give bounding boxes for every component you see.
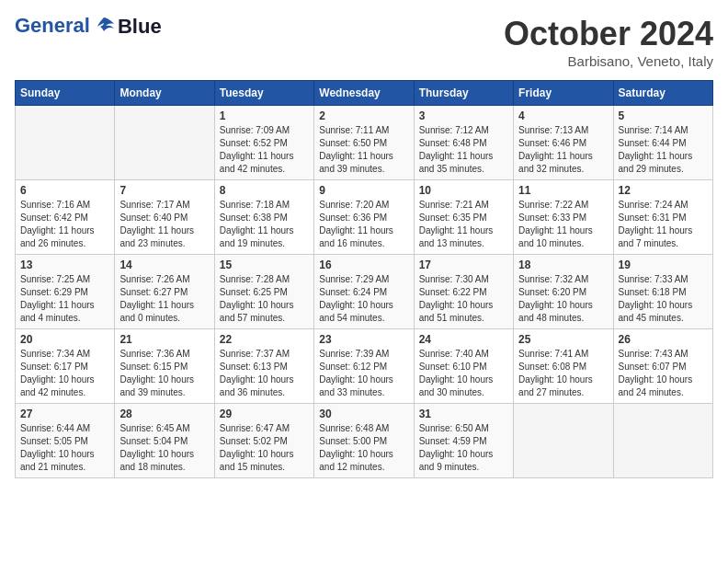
day-number: 2: [319, 109, 408, 122]
calendar-cell: 21Sunrise: 7:36 AM Sunset: 6:15 PM Dayli…: [115, 329, 214, 404]
day-info: Sunrise: 7:37 AM Sunset: 6:13 PM Dayligh…: [220, 348, 309, 399]
day-number: 3: [419, 109, 508, 122]
day-info: Sunrise: 7:22 AM Sunset: 6:33 PM Dayligh…: [518, 199, 608, 250]
calendar-cell: 10Sunrise: 7:21 AM Sunset: 6:35 PM Dayli…: [414, 180, 513, 255]
calendar-cell: 28Sunrise: 6:45 AM Sunset: 5:04 PM Dayli…: [115, 404, 214, 478]
day-info: Sunrise: 7:09 AM Sunset: 6:52 PM Dayligh…: [220, 124, 309, 176]
day-number: 10: [419, 184, 508, 197]
calendar-cell: 2Sunrise: 7:11 AM Sunset: 6:50 PM Daylig…: [314, 106, 414, 180]
calendar-cell: 16Sunrise: 7:29 AM Sunset: 6:24 PM Dayli…: [314, 255, 414, 329]
day-number: 31: [419, 408, 508, 420]
day-number: 15: [220, 259, 309, 271]
day-number: 25: [518, 333, 608, 346]
calendar-title: October 2024: [504, 15, 713, 53]
calendar-cell: [16, 106, 115, 180]
day-number: 24: [419, 333, 508, 346]
day-info: Sunrise: 6:48 AM Sunset: 5:00 PM Dayligh…: [319, 422, 408, 474]
calendar-cell: 25Sunrise: 7:41 AM Sunset: 6:08 PM Dayli…: [514, 329, 613, 404]
day-info: Sunrise: 7:11 AM Sunset: 6:50 PM Dayligh…: [319, 124, 408, 176]
day-number: 23: [319, 333, 408, 346]
day-info: Sunrise: 7:24 AM Sunset: 6:31 PM Dayligh…: [619, 199, 708, 250]
calendar-cell: 15Sunrise: 7:28 AM Sunset: 6:25 PM Dayli…: [214, 255, 313, 329]
day-info: Sunrise: 7:20 AM Sunset: 6:36 PM Dayligh…: [319, 199, 408, 250]
calendar-cell: 1Sunrise: 7:09 AM Sunset: 6:52 PM Daylig…: [214, 106, 313, 180]
day-header-monday: Monday: [115, 81, 214, 106]
day-number: 1: [220, 109, 309, 122]
calendar-cell: 30Sunrise: 6:48 AM Sunset: 5:00 PM Dayli…: [314, 404, 414, 478]
day-info: Sunrise: 7:30 AM Sunset: 6:22 PM Dayligh…: [419, 273, 508, 325]
day-info: Sunrise: 7:39 AM Sunset: 6:12 PM Dayligh…: [319, 348, 408, 399]
calendar-cell: [514, 404, 613, 478]
day-number: 14: [119, 259, 209, 271]
day-info: Sunrise: 7:14 AM Sunset: 6:44 PM Dayligh…: [619, 124, 708, 176]
day-header-friday: Friday: [514, 81, 613, 106]
day-number: 13: [20, 259, 109, 271]
day-header-tuesday: Tuesday: [214, 81, 313, 106]
day-number: 7: [119, 184, 209, 197]
day-info: Sunrise: 7:32 AM Sunset: 6:20 PM Dayligh…: [518, 273, 608, 325]
day-info: Sunrise: 7:36 AM Sunset: 6:15 PM Dayligh…: [119, 348, 209, 399]
calendar-cell: 11Sunrise: 7:22 AM Sunset: 6:33 PM Dayli…: [514, 180, 613, 255]
day-number: 5: [619, 109, 708, 122]
calendar-cell: 14Sunrise: 7:26 AM Sunset: 6:27 PM Dayli…: [115, 255, 214, 329]
day-info: Sunrise: 7:41 AM Sunset: 6:08 PM Dayligh…: [518, 348, 608, 399]
day-info: Sunrise: 7:18 AM Sunset: 6:38 PM Dayligh…: [220, 199, 309, 250]
day-info: Sunrise: 7:12 AM Sunset: 6:48 PM Dayligh…: [419, 124, 508, 176]
week-row-3: 13Sunrise: 7:25 AM Sunset: 6:29 PM Dayli…: [16, 255, 713, 329]
day-info: Sunrise: 7:17 AM Sunset: 6:40 PM Dayligh…: [119, 199, 209, 250]
calendar-cell: 19Sunrise: 7:33 AM Sunset: 6:18 PM Dayli…: [613, 255, 712, 329]
logo-blue-text: Blue: [118, 15, 162, 39]
day-number: 19: [619, 259, 708, 271]
day-info: Sunrise: 7:16 AM Sunset: 6:42 PM Dayligh…: [20, 199, 109, 250]
day-header-row: SundayMondayTuesdayWednesdayThursdayFrid…: [16, 81, 713, 106]
calendar-cell: 9Sunrise: 7:20 AM Sunset: 6:36 PM Daylig…: [314, 180, 414, 255]
week-row-5: 27Sunrise: 6:44 AM Sunset: 5:05 PM Dayli…: [16, 404, 713, 478]
day-info: Sunrise: 7:25 AM Sunset: 6:29 PM Dayligh…: [20, 273, 109, 325]
calendar-cell: 13Sunrise: 7:25 AM Sunset: 6:29 PM Dayli…: [16, 255, 115, 329]
day-number: 27: [20, 408, 109, 420]
day-info: Sunrise: 6:47 AM Sunset: 5:02 PM Dayligh…: [220, 422, 309, 474]
calendar-cell: 4Sunrise: 7:13 AM Sunset: 6:46 PM Daylig…: [514, 106, 613, 180]
day-info: Sunrise: 7:33 AM Sunset: 6:18 PM Dayligh…: [619, 273, 708, 325]
week-row-4: 20Sunrise: 7:34 AM Sunset: 6:17 PM Dayli…: [16, 329, 713, 404]
calendar-cell: [115, 106, 214, 180]
day-header-saturday: Saturday: [613, 81, 712, 106]
calendar-subtitle: Barbisano, Veneto, Italy: [504, 53, 713, 69]
day-number: 16: [319, 259, 408, 271]
day-number: 29: [220, 408, 309, 420]
calendar-cell: 12Sunrise: 7:24 AM Sunset: 6:31 PM Dayli…: [613, 180, 712, 255]
calendar-cell: 18Sunrise: 7:32 AM Sunset: 6:20 PM Dayli…: [514, 255, 613, 329]
logo: General Blue: [15, 15, 162, 39]
day-number: 6: [20, 184, 109, 197]
day-info: Sunrise: 7:40 AM Sunset: 6:10 PM Dayligh…: [419, 348, 508, 399]
day-number: 4: [518, 109, 608, 122]
calendar-cell: 31Sunrise: 6:50 AM Sunset: 4:59 PM Dayli…: [414, 404, 513, 478]
calendar-cell: 26Sunrise: 7:43 AM Sunset: 6:07 PM Dayli…: [613, 329, 712, 404]
title-section: October 2024 Barbisano, Veneto, Italy: [504, 15, 713, 69]
day-info: Sunrise: 7:28 AM Sunset: 6:25 PM Dayligh…: [220, 273, 309, 325]
day-info: Sunrise: 6:50 AM Sunset: 4:59 PM Dayligh…: [419, 422, 508, 474]
day-number: 18: [518, 259, 608, 271]
week-row-1: 1Sunrise: 7:09 AM Sunset: 6:52 PM Daylig…: [16, 106, 713, 180]
calendar-cell: 5Sunrise: 7:14 AM Sunset: 6:44 PM Daylig…: [613, 106, 712, 180]
calendar-cell: 6Sunrise: 7:16 AM Sunset: 6:42 PM Daylig…: [16, 180, 115, 255]
day-header-wednesday: Wednesday: [314, 81, 414, 106]
day-number: 28: [119, 408, 209, 420]
calendar-cell: [613, 404, 712, 478]
calendar-cell: 22Sunrise: 7:37 AM Sunset: 6:13 PM Dayli…: [214, 329, 313, 404]
day-info: Sunrise: 7:21 AM Sunset: 6:35 PM Dayligh…: [419, 199, 508, 250]
calendar-cell: 17Sunrise: 7:30 AM Sunset: 6:22 PM Dayli…: [414, 255, 513, 329]
calendar-cell: 29Sunrise: 6:47 AM Sunset: 5:02 PM Dayli…: [214, 404, 313, 478]
logo-bird-icon: [92, 15, 116, 39]
day-number: 30: [319, 408, 408, 420]
day-number: 26: [619, 333, 708, 346]
day-info: Sunrise: 7:34 AM Sunset: 6:17 PM Dayligh…: [20, 348, 109, 399]
day-number: 8: [220, 184, 309, 197]
calendar-cell: 20Sunrise: 7:34 AM Sunset: 6:17 PM Dayli…: [16, 329, 115, 404]
week-row-2: 6Sunrise: 7:16 AM Sunset: 6:42 PM Daylig…: [16, 180, 713, 255]
page-header: General Blue October 2024 Barbisano, Ven…: [15, 15, 713, 69]
day-number: 20: [20, 333, 109, 346]
calendar-table: SundayMondayTuesdayWednesdayThursdayFrid…: [15, 80, 713, 478]
day-number: 21: [119, 333, 209, 346]
day-header-sunday: Sunday: [16, 81, 115, 106]
